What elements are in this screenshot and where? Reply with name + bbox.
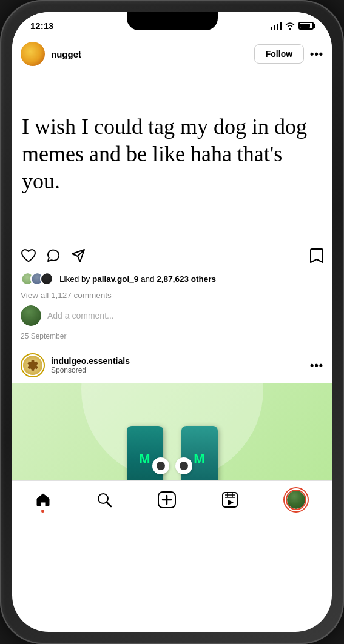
more-button[interactable]: ••• (310, 48, 323, 61)
comment-button[interactable] (46, 248, 61, 263)
post-header: nugget Follow ••• (12, 36, 332, 72)
eye-left (152, 457, 169, 474)
liked-avatar-3 (40, 272, 53, 285)
liked-avatars: Liked by pallav.gol_9 and 2,87,623 other… (21, 272, 323, 285)
post-image: I wish I could tag my dog in dog memes a… (12, 72, 332, 242)
heart-icon (21, 248, 36, 263)
profile-avatar-img (287, 491, 305, 509)
liked-username: pallav.gol_9 (92, 274, 138, 284)
liked-avatars-row (21, 272, 53, 285)
battery-icon (298, 22, 314, 30)
home-dot (41, 510, 44, 513)
sponsored-name: indulgeo.essentials (51, 356, 310, 366)
comment-placeholder[interactable]: Add a comment... (47, 311, 323, 320)
wifi-icon (285, 22, 295, 30)
svg-line-1 (107, 502, 111, 506)
bookmark-icon (310, 248, 323, 264)
status-time: 12:13 (30, 21, 53, 31)
eye-right (175, 457, 192, 474)
like-button[interactable] (21, 248, 36, 263)
screen: 12:13 (12, 12, 332, 632)
search-icon (96, 492, 112, 508)
comment-icon (46, 248, 61, 263)
signal-icon (271, 22, 282, 30)
share-button[interactable] (71, 248, 86, 263)
phone-inner: 12:13 (12, 12, 332, 632)
sponsored-image: M M (12, 383, 332, 480)
follow-button[interactable]: Follow (254, 44, 304, 64)
notch (127, 12, 218, 30)
action-icons-left (21, 248, 310, 263)
share-icon (71, 248, 86, 263)
sponsored-info: indulgeo.essentials Sponsored (51, 356, 310, 374)
post-actions (12, 242, 332, 270)
nav-home[interactable] (35, 492, 51, 508)
sponsored-header: indulgeo.essentials Sponsored ••• (12, 347, 332, 383)
comments-link[interactable]: View all 1,127 comments (12, 289, 332, 302)
reels-icon (222, 492, 238, 508)
nav-reels[interactable] (222, 492, 238, 508)
add-icon (158, 491, 176, 508)
profile-avatar (286, 490, 306, 510)
comment-input-row: Add a comment... (12, 302, 332, 330)
content: nugget Follow ••• I wish I could tag my … (12, 36, 332, 632)
svg-marker-6 (228, 500, 234, 505)
comment-avatar (21, 305, 41, 326)
eyes-row (152, 457, 192, 474)
phone-outer: 12:13 (0, 0, 344, 644)
meme-text: I wish I could tag my dog in dog memes a… (22, 113, 322, 195)
post-username: nugget (51, 49, 254, 59)
home-icon (35, 492, 51, 508)
nav-add[interactable] (158, 491, 176, 508)
likes-text: Liked by pallav.gol_9 and 2,87,623 other… (59, 274, 216, 284)
likes-section: Liked by pallav.gol_9 and 2,87,623 other… (12, 270, 332, 289)
sponsored-tag: Sponsored (51, 366, 310, 374)
likes-count: 2,87,623 others (157, 274, 216, 284)
status-icons (271, 22, 314, 30)
avatar (21, 42, 45, 66)
post-date: 25 September (12, 330, 332, 347)
sponsored-more-button[interactable]: ••• (310, 359, 323, 372)
bottom-nav (12, 480, 332, 525)
gear-icon (26, 359, 39, 372)
sponsored-avatar (21, 353, 45, 377)
nav-profile[interactable] (283, 487, 309, 513)
nav-search[interactable] (96, 492, 112, 508)
bookmark-button[interactable] (310, 248, 323, 264)
sponsored-visual: M M (12, 383, 332, 480)
